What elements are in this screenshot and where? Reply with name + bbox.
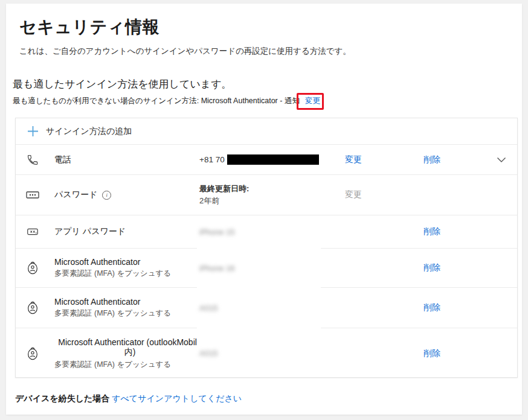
signin-methods-table: サインイン方法の追加 電話 +81 70 変更 削除 パスワード [15, 118, 518, 378]
password-updated-label: 最終更新日時: [199, 183, 249, 194]
authenticator1-sublabel: 多要素認証 (MFA) をプッシュする [54, 269, 171, 279]
page-title: セキュリティ情報 [19, 16, 159, 39]
authenticator1-value: iPhone 16 [199, 264, 320, 273]
authenticator3-label-line2: 内) [54, 347, 205, 358]
security-info-page: セキュリティ情報 これは、ご自分のアカウントへのサインインやパスワードの再設定に… [6, 4, 522, 415]
authenticator-icon [24, 299, 41, 316]
fallback-change-link[interactable]: 変更 [305, 97, 320, 105]
phone-value: +81 70 [199, 154, 320, 165]
page-subtitle: これは、ご自分のアカウントへのサインインやパスワードの再設定に使用する方法です。 [19, 46, 351, 57]
lost-device-label: デバイスを紛失した場合 [15, 393, 109, 403]
phone-number-redaction-bar [227, 154, 319, 165]
authenticator3-label-wrap: Microsoft Authenticator (outlookMobile 内… [54, 337, 199, 370]
signout-all-link[interactable]: すべてサインアウトしてください [112, 393, 242, 403]
add-signin-method-row[interactable]: サインイン方法の追加 [16, 118, 517, 144]
authenticator1-value-blurred: iPhone 16 [199, 264, 235, 273]
authenticator2-value: A015 [199, 304, 320, 313]
best-method-heading: 最も適したサインイン方法を使用しています。 [13, 77, 232, 91]
fallback-method-line: 最も適したものが利用できない場合のサインイン方法: Microsoft Auth… [13, 94, 323, 108]
password-updated-time: 2年前 [199, 196, 249, 206]
phone-icon [24, 151, 41, 168]
authenticator2-value-blurred: A015 [199, 304, 217, 313]
authenticator-icon [24, 259, 41, 276]
authenticator3-label-line1: Microsoft Authenticator (outlookMobile [54, 337, 205, 347]
app-password-label: アプリ パスワード [54, 226, 199, 237]
authenticator2-label: Microsoft Authenticator [54, 297, 171, 307]
app-password-value: iPhone 15 [199, 228, 320, 237]
table-row-authenticator-3: Microsoft Authenticator (outlookMobile 内… [16, 328, 517, 378]
password-updated-value: 最終更新日時: 2年前 [199, 183, 320, 206]
fallback-method-text: 最も適したものが利用できない場合のサインイン方法: Microsoft Auth… [13, 96, 300, 106]
authenticator3-delete-link[interactable]: 削除 [387, 348, 477, 359]
lost-device-line: デバイスを紛失した場合 すべてサインアウトしてください [15, 393, 242, 404]
phone-number-prefix: +81 70 [199, 155, 225, 164]
authenticator3-sublabel: 多要素認証 (MFA) をプッシュする [54, 360, 205, 370]
phone-expand-chevron[interactable] [477, 154, 506, 165]
table-row-password: パスワード i 最終更新日時: 2年前 変更 [16, 174, 517, 215]
password-icon [24, 186, 41, 203]
authenticator2-delete-link[interactable]: 削除 [387, 302, 477, 313]
authenticator2-sublabel: 多要素認証 (MFA) をプッシュする [54, 308, 171, 319]
app-password-delete-link[interactable]: 削除 [387, 226, 477, 237]
phone-change-link[interactable]: 変更 [320, 154, 387, 165]
password-label: パスワード [54, 189, 97, 200]
authenticator1-label-wrap: Microsoft Authenticator 多要素認証 (MFA) をプッシ… [54, 257, 199, 279]
plus-icon [24, 123, 41, 140]
phone-label: 電話 [54, 154, 199, 165]
info-icon[interactable]: i [102, 191, 111, 200]
add-signin-method-label: サインイン方法の追加 [46, 126, 506, 137]
authenticator3-value: A015 [199, 349, 320, 358]
table-row-phone: 電話 +81 70 変更 削除 [16, 144, 517, 174]
app-password-value-blurred: iPhone 15 [199, 228, 235, 237]
authenticator1-label: Microsoft Authenticator [54, 257, 171, 267]
app-password-icon [24, 223, 41, 240]
password-label-wrap: パスワード i [54, 189, 199, 200]
phone-delete-link[interactable]: 削除 [387, 154, 477, 165]
password-change-link-disabled: 変更 [320, 189, 387, 200]
table-row-app-password: アプリ パスワード iPhone 15 削除 [16, 215, 517, 248]
authenticator-icon [24, 345, 41, 362]
fallback-change-wrap: 変更 [302, 94, 323, 108]
table-row-authenticator-1: Microsoft Authenticator 多要素認証 (MFA) をプッシ… [16, 248, 517, 287]
authenticator2-label-wrap: Microsoft Authenticator 多要素認証 (MFA) をプッシ… [54, 297, 199, 319]
authenticator3-value-blurred: A015 [199, 349, 217, 358]
table-row-authenticator-2: Microsoft Authenticator 多要素認証 (MFA) をプッシ… [16, 287, 517, 328]
authenticator1-delete-link[interactable]: 削除 [387, 262, 477, 273]
